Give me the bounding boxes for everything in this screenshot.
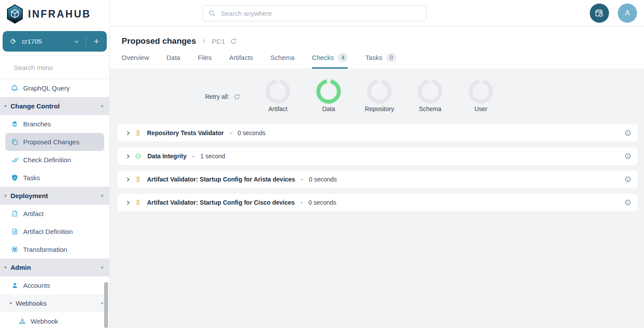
chevron-right-icon[interactable] — [125, 177, 131, 182]
accounts-icon — [10, 282, 19, 289]
progress-ring-icon — [316, 79, 341, 104]
sidebar-item-artifact[interactable]: Artifact — [0, 205, 109, 223]
sidebar: INFRAHUB cr1705 GraphQL QueryChange Cont… — [0, 0, 110, 328]
tab-artifacts[interactable]: Artifacts — [229, 53, 253, 69]
validator-duration: 0 seconds — [238, 129, 266, 136]
check-ring-user[interactable]: User — [463, 79, 498, 112]
avatar-initial: A — [625, 9, 630, 17]
tab-data[interactable]: Data — [167, 53, 181, 69]
ring-label: User — [474, 105, 487, 112]
validator-row-repository-tests-validator[interactable]: Repository Tests Validator-0 seconds — [118, 124, 638, 142]
tab-label: Schema — [270, 54, 294, 61]
breadcrumb-title[interactable]: Proposed changes — [122, 36, 196, 46]
sidebar-item-webhook[interactable]: Webhook — [0, 312, 109, 328]
top-bar: A — [110, 0, 644, 27]
progress-ring-icon — [469, 79, 493, 104]
chevron-right-icon[interactable] — [125, 130, 131, 136]
sidebar-item-proposed-changes[interactable]: Proposed Changes — [5, 133, 104, 151]
progress-ring-icon — [266, 79, 290, 104]
hourglass-icon — [135, 130, 141, 136]
sidebar-item-accounts[interactable]: Accounts — [0, 276, 109, 294]
sidebar-item-admin[interactable]: Admin▾ — [0, 258, 109, 276]
sidebar-item-label: Artifact — [23, 210, 44, 217]
retry-all-label: Retry all: — [205, 93, 229, 100]
bullet-icon — [4, 105, 7, 107]
sidebar-search[interactable] — [0, 56, 109, 79]
graphql-icon — [10, 84, 19, 92]
sidebar-item-label: Tasks — [23, 174, 40, 181]
global-search[interactable] — [203, 5, 427, 21]
sidebar-item-transformation[interactable]: Transformation — [0, 241, 109, 258]
info-icon[interactable] — [625, 130, 631, 136]
sidebar-item-graphql-query[interactable]: GraphQL Query — [0, 79, 109, 97]
validator-row-data-integrity[interactable]: Data Integrity-1 second — [118, 147, 638, 165]
sidebar-item-check-definition[interactable]: Check Definition — [0, 151, 109, 169]
retry-all-refresh-icon[interactable] — [234, 94, 240, 100]
branch-selector[interactable]: cr1705 — [3, 31, 107, 52]
progress-ring-icon — [367, 79, 392, 104]
info-icon[interactable] — [625, 153, 631, 159]
sidebar-nav: GraphQL QueryChange Control▾BranchesProp… — [0, 79, 109, 328]
avatar[interactable]: A — [618, 3, 637, 23]
tab-schema[interactable]: Schema — [270, 53, 294, 69]
schedule-button[interactable] — [590, 3, 609, 23]
global-search-input[interactable] — [220, 9, 421, 17]
separator-dash: - — [192, 152, 194, 160]
tab-overview[interactable]: Overview — [122, 53, 149, 69]
sidebar-item-label: Transformation — [23, 246, 67, 253]
sidebar-item-label: GraphQL Query — [23, 84, 70, 92]
collapse-triangle-icon: ▾ — [101, 104, 103, 108]
tab-files[interactable]: Files — [198, 53, 212, 69]
add-branch-button[interactable] — [90, 35, 103, 47]
tab-bar: OverviewDataFilesArtifactsSchemaChecks4T… — [122, 53, 644, 69]
chevron-right-icon[interactable] — [125, 154, 131, 159]
chevron-right-icon[interactable] — [125, 200, 131, 206]
separator-dash: - — [301, 199, 303, 206]
progress-ring-icon — [418, 79, 442, 104]
sidebar-scrollbar[interactable] — [104, 282, 108, 328]
check-ring-schema[interactable]: Schema — [413, 79, 448, 112]
tab-label: Checks — [312, 54, 334, 61]
sidebar-item-artifact-definition[interactable]: Artifact Definition — [0, 223, 109, 241]
sidebar-item-tasks[interactable]: Tasks — [0, 169, 109, 187]
retry-rings: ArtifactDataRepositorySchemaUser — [260, 79, 498, 112]
page-header: Proposed changes PC1 OverviewDataFilesAr… — [110, 27, 644, 69]
app-window: INFRAHUB cr1705 GraphQL QueryChange Cont… — [0, 0, 644, 328]
tab-label: Data — [167, 54, 181, 61]
check-ring-artifact[interactable]: Artifact — [260, 79, 295, 112]
validator-row-artifact-validator-startup-config-for-arista-devices[interactable]: Artifact Validator: Startup Config for A… — [118, 171, 638, 188]
check-ring-data[interactable]: Data — [311, 79, 346, 112]
tab-label: Artifacts — [229, 54, 253, 61]
sidebar-item-branches[interactable]: Branches — [0, 115, 109, 133]
checks-content: Retry all: ArtifactDataRepositorySchemaU… — [110, 69, 644, 328]
tab-checks[interactable]: Checks4 — [312, 53, 348, 69]
tab-tasks[interactable]: Tasks0 — [365, 53, 396, 69]
hourglass-icon — [135, 199, 141, 206]
chevron-down-icon[interactable] — [71, 36, 82, 47]
check-ring-repository[interactable]: Repository — [362, 79, 397, 112]
transformation-icon — [10, 246, 19, 253]
sidebar-item-deployment[interactable]: Deployment▾ — [0, 187, 109, 205]
info-icon[interactable] — [625, 199, 631, 206]
breadcrumb-current: PC1 — [212, 38, 225, 45]
tab-label: Tasks — [365, 54, 382, 61]
tab-label: Overview — [122, 54, 149, 61]
sidebar-search-input[interactable] — [13, 63, 102, 72]
collapse-triangle-icon: ▾ — [101, 301, 103, 306]
sidebar-item-webhooks[interactable]: Webhooks▾ — [0, 294, 109, 312]
branches-icon — [10, 120, 19, 128]
info-icon[interactable] — [625, 176, 631, 182]
branch-icon — [10, 38, 16, 45]
logo[interactable]: INFRAHUB — [0, 0, 109, 27]
ring-label: Schema — [419, 105, 441, 112]
sidebar-item-change-control[interactable]: Change Control▾ — [0, 97, 109, 115]
refresh-icon[interactable] — [230, 38, 237, 45]
main-area: A Proposed changes PC1 OverviewDataFiles… — [110, 0, 644, 328]
separator-dash: - — [301, 175, 303, 183]
chevron-right-icon — [201, 38, 207, 44]
validator-duration: 1 second — [200, 153, 225, 160]
check-definition-icon — [10, 157, 19, 164]
search-icon — [7, 64, 8, 71]
validator-row-artifact-validator-startup-config-for-cisco-devices[interactable]: Artifact Validator: Startup Config for C… — [118, 194, 638, 211]
bullet-icon — [4, 195, 7, 197]
